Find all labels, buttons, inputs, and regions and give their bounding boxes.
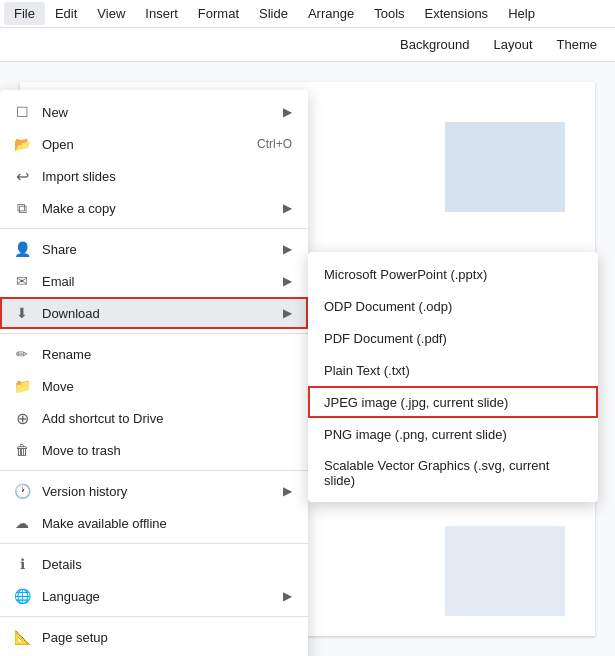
menubar-item-edit[interactable]: Edit <box>45 2 87 25</box>
divider-2 <box>0 333 308 334</box>
menu-item-trash[interactable]: 🗑 Move to trash <box>0 434 308 466</box>
rename-icon: ✏ <box>12 344 32 364</box>
menu-item-open[interactable]: 📂 Open Ctrl+O <box>0 128 308 160</box>
divider-4 <box>0 543 308 544</box>
menubar-item-file[interactable]: File <box>4 2 45 25</box>
open-icon: 📂 <box>12 134 32 154</box>
new-arrow: ▶ <box>283 105 292 119</box>
menu-item-share[interactable]: 👤 Share ▶ <box>0 233 308 265</box>
menubar-item-tools[interactable]: Tools <box>364 2 414 25</box>
slide-placeholder2 <box>445 526 565 616</box>
menu-item-language[interactable]: 🌐 Language ▶ <box>0 580 308 612</box>
divider-5 <box>0 616 308 617</box>
download-arrow: ▶ <box>283 306 292 320</box>
background-button[interactable]: Background <box>390 33 479 56</box>
menu-item-offline[interactable]: ☁ Make available offline <box>0 507 308 539</box>
submenu-item-png[interactable]: PNG image (.png, current slide) <box>308 418 598 450</box>
menu-item-move[interactable]: 📁 Move <box>0 370 308 402</box>
copy-arrow: ▶ <box>283 201 292 215</box>
main-area: ☐ New ▶ 📂 Open Ctrl+O ↩ Import slides ⧉ … <box>0 62 615 656</box>
menubar-item-view[interactable]: View <box>87 2 135 25</box>
version-arrow: ▶ <box>283 484 292 498</box>
menu-item-pagesetup[interactable]: 📐 Page setup <box>0 621 308 653</box>
theme-button[interactable]: Theme <box>547 33 607 56</box>
menubar-item-extensions[interactable]: Extensions <box>415 2 499 25</box>
trash-icon: 🗑 <box>12 440 32 460</box>
copy-icon: ⧉ <box>12 198 32 218</box>
menu-item-version[interactable]: 🕐 Version history ▶ <box>0 475 308 507</box>
menubar-item-slide[interactable]: Slide <box>249 2 298 25</box>
menu-item-new[interactable]: ☐ New ▶ <box>0 96 308 128</box>
menu-item-email[interactable]: ✉ Email ▶ <box>0 265 308 297</box>
menubar-item-help[interactable]: Help <box>498 2 545 25</box>
new-icon: ☐ <box>12 102 32 122</box>
file-dropdown-menu: ☐ New ▶ 📂 Open Ctrl+O ↩ Import slides ⧉ … <box>0 90 308 656</box>
language-arrow: ▶ <box>283 589 292 603</box>
divider-1 <box>0 228 308 229</box>
menubar: File Edit View Insert Format Slide Arran… <box>0 0 615 28</box>
submenu-item-pptx[interactable]: Microsoft PowerPoint (.pptx) <box>308 258 598 290</box>
offline-icon: ☁ <box>12 513 32 533</box>
menu-item-import[interactable]: ↩ Import slides <box>0 160 308 192</box>
share-icon: 👤 <box>12 239 32 259</box>
email-arrow: ▶ <box>283 274 292 288</box>
menu-item-shortcut[interactable]: ⊕ Add shortcut to Drive <box>0 402 308 434</box>
submenu-item-svg[interactable]: Scalable Vector Graphics (.svg, current … <box>308 450 598 496</box>
toolbar: Background Layout Theme <box>0 28 615 62</box>
shortcut-icon: ⊕ <box>12 408 32 428</box>
menu-item-rename[interactable]: ✏ Rename <box>0 338 308 370</box>
download-submenu: Microsoft PowerPoint (.pptx) ODP Documen… <box>308 252 598 502</box>
submenu-item-pdf[interactable]: PDF Document (.pdf) <box>308 322 598 354</box>
language-icon: 🌐 <box>12 586 32 606</box>
download-icon: ⬇ <box>12 303 32 323</box>
menubar-item-format[interactable]: Format <box>188 2 249 25</box>
submenu-item-txt[interactable]: Plain Text (.txt) <box>308 354 598 386</box>
details-icon: ℹ <box>12 554 32 574</box>
slide-placeholder <box>445 122 565 212</box>
menu-item-details[interactable]: ℹ Details <box>0 548 308 580</box>
layout-button[interactable]: Layout <box>483 33 542 56</box>
email-icon: ✉ <box>12 271 32 291</box>
menu-item-download[interactable]: ⬇ Download ▶ <box>0 297 308 329</box>
menu-item-copy[interactable]: ⧉ Make a copy ▶ <box>0 192 308 224</box>
submenu-item-odp[interactable]: ODP Document (.odp) <box>308 290 598 322</box>
pagesetup-icon: 📐 <box>12 627 32 647</box>
version-icon: 🕐 <box>12 481 32 501</box>
share-arrow: ▶ <box>283 242 292 256</box>
menubar-item-arrange[interactable]: Arrange <box>298 2 364 25</box>
move-icon: 📁 <box>12 376 32 396</box>
menubar-item-insert[interactable]: Insert <box>135 2 188 25</box>
divider-3 <box>0 470 308 471</box>
submenu-item-jpg[interactable]: JPEG image (.jpg, current slide) <box>308 386 598 418</box>
import-icon: ↩ <box>12 166 32 186</box>
